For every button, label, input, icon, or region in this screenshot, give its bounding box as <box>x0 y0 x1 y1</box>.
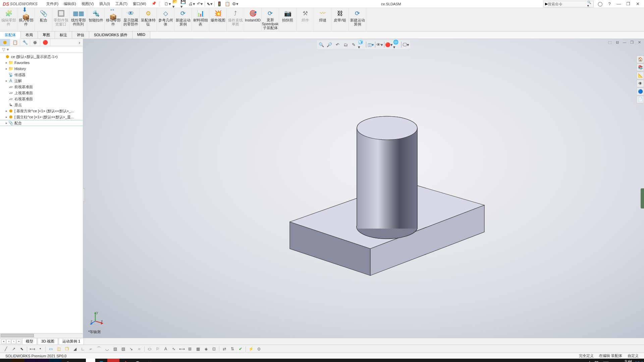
tray-ime1[interactable]: 中 <box>587 359 593 362</box>
view-triad[interactable]: y x z <box>90 311 103 324</box>
bt-line-icon[interactable]: ╱ <box>2 346 9 352</box>
bt-bolt-icon[interactable]: ⚡ <box>247 346 255 352</box>
bt-plane-icon[interactable]: ◈ <box>202 346 210 352</box>
viewtab-3d[interactable]: 3D 视图 <box>38 338 58 345</box>
bt-snap2-icon[interactable]: ⊡ <box>210 346 218 352</box>
print-icon[interactable]: 🖨▾ <box>189 1 195 7</box>
mdi-restore-icon[interactable]: ❐ <box>629 40 635 45</box>
tp-appearances-icon[interactable]: 🔵 <box>637 88 644 95</box>
new-motion2-button[interactable]: ⟳新建运动算例 <box>349 8 366 31</box>
tree-tab-property-icon[interactable]: 📋 <box>10 39 20 46</box>
tp-library-icon[interactable]: 📐 <box>637 72 644 79</box>
close-icon[interactable]: ✕ <box>634 1 641 7</box>
bt-edge-icon[interactable]: ◢ <box>71 346 78 352</box>
vtab-last-icon[interactable]: » <box>16 339 21 344</box>
tp-view-palette-icon[interactable]: 👁 <box>637 80 644 87</box>
tree-scrollbar[interactable] <box>0 333 83 338</box>
linear-pattern-button[interactable]: ▦▦线性零部件阵列 <box>70 8 87 31</box>
menu-pin[interactable]: 📌 <box>149 1 159 6</box>
menu-edit[interactable]: 编辑(E) <box>61 1 79 6</box>
mdi-collapse-icon[interactable]: ⊟ <box>614 40 621 45</box>
mate-button[interactable]: 📎配合 <box>35 8 52 31</box>
menu-view[interactable]: 视图(V) <box>79 1 97 6</box>
bt-face-icon[interactable]: ▧ <box>111 346 119 352</box>
mdi-minimize-icon[interactable]: — <box>621 40 628 45</box>
bt-angle-icon[interactable]: ⌒ <box>95 346 103 352</box>
display-style-icon[interactable]: ◫▾ <box>367 41 374 48</box>
bt-point-icon[interactable]: • <box>37 346 44 352</box>
tree-expand-icon[interactable]: › <box>76 39 83 46</box>
tree-part1[interactable]: ▸⬢[ 基座方块^ce ]<1> (默认<<默认>_... <box>0 108 83 114</box>
menu-tools[interactable]: 工具(T) <box>113 1 130 6</box>
update-speedpak-button[interactable]: ⟳更新Speedpak子装配体 <box>262 8 279 31</box>
tab-evaluate[interactable]: 评估 <box>72 32 89 39</box>
select-icon[interactable]: ⬉▾ <box>206 1 213 7</box>
tb-ae-icon[interactable]: Ae <box>24 359 37 362</box>
viewtab-model[interactable]: 模型 <box>22 338 37 345</box>
search-input[interactable] <box>548 2 587 6</box>
menu-file[interactable]: 文件(F) <box>44 1 61 6</box>
tp-home-icon[interactable]: 🏠 <box>637 56 644 63</box>
tree-top-plane[interactable]: ▱上视基准面 <box>0 90 83 96</box>
start-button[interactable]: ⊞ <box>0 359 12 362</box>
bt-h-icon[interactable]: ⇄ <box>221 346 228 352</box>
bt-dim-icon[interactable]: ⟷ <box>29 346 36 352</box>
tb-explorer-icon[interactable]: 📁 <box>144 359 156 362</box>
bt-face2-icon[interactable]: ▨ <box>119 346 127 352</box>
bt-check-icon[interactable]: ✔ <box>237 346 244 352</box>
tree-root[interactable]: ⬢ce (默认<默认_显示状态-1>) <box>0 54 83 60</box>
tree-right-plane[interactable]: ▱右视基准面 <box>0 96 83 102</box>
bt-dim2-icon[interactable]: ⟷ <box>178 346 185 352</box>
tree-annotations[interactable]: ▸A注解 <box>0 78 83 84</box>
tree-tab-config-icon[interactable]: 🔧 <box>20 39 30 46</box>
menu-insert[interactable]: 插入(I) <box>97 1 113 6</box>
tree-tab-feature-icon[interactable]: ⬢ <box>0 39 10 46</box>
instant3d-button[interactable]: 🎯Instant3D <box>244 8 262 31</box>
tree-part2[interactable]: ▸⬢[ 圆立柱^ce ]<1> (默认<<默认>_显... <box>0 114 83 120</box>
zoom-fit-icon[interactable]: 🔍 <box>318 41 325 48</box>
vtab-first-icon[interactable]: « <box>1 339 6 344</box>
bt-arrow-icon[interactable]: ↗ <box>10 346 17 352</box>
bt-3drect-icon[interactable]: ◫ <box>55 346 62 352</box>
zoom-area-icon[interactable]: 🔎 <box>326 41 333 48</box>
tree-mates[interactable]: ▸📎配合 <box>0 120 83 126</box>
tb-edge-icon[interactable]: 🌐 <box>95 359 107 362</box>
help-icon[interactable]: ? <box>606 1 613 7</box>
tb-autocad-icon[interactable]: A <box>86 359 95 362</box>
previous-view-icon[interactable]: ↶ <box>334 41 341 48</box>
dynamic-annotation-icon[interactable]: ✎ <box>350 41 357 48</box>
tp-resources-icon[interactable]: 📚 <box>637 64 644 71</box>
tp-custom-props-icon[interactable]: 📄 <box>637 96 644 103</box>
tree-favorites[interactable]: ▸📁Favorites <box>0 60 83 66</box>
tray-clock[interactable]: 9:44 2022/4/28 <box>612 360 635 362</box>
exploded-view-button[interactable]: 💥爆炸视图 <box>209 8 227 31</box>
restore-icon[interactable]: ❐ <box>625 1 632 7</box>
tb-cortana-icon[interactable]: ◯ <box>62 359 74 362</box>
preview-window-button[interactable]: 🔲零部件预览窗口 <box>52 8 70 31</box>
tree-origin[interactable]: ↳原点 <box>0 102 83 108</box>
rebuild-icon[interactable]: 🚦 <box>216 1 223 7</box>
tab-layout[interactable]: 布局 <box>21 32 38 39</box>
tree-filter[interactable]: ▽ ▾ <box>0 46 83 53</box>
minimize-icon[interactable]: — <box>615 1 623 7</box>
tb-pr-icon[interactable]: Pr <box>37 359 49 362</box>
weldment-button[interactable]: ⚒焊件 <box>297 8 314 31</box>
ref-geometry-button[interactable]: ◇参考几何体 <box>157 8 174 31</box>
tree-sensors[interactable]: 📡传感器 <box>0 72 83 78</box>
apply-scene-icon[interactable]: 🌐▾ <box>393 41 400 48</box>
new-motion-button[interactable]: ⟳新建运动算例 <box>174 8 192 31</box>
tree-tab-dimxpert-icon[interactable]: ⊕ <box>30 39 40 46</box>
move-component-button[interactable]: ↔📦移动零部件 <box>105 8 122 31</box>
bt-flag-icon[interactable]: ⚐ <box>154 346 161 352</box>
tb-wechat-icon[interactable]: 💬 <box>131 359 144 362</box>
bt-circle-icon[interactable]: ○ <box>136 346 143 352</box>
bt-snap3-icon[interactable]: ⊙ <box>255 346 263 352</box>
search-commands[interactable]: ▶ 🔍▾ <box>543 1 594 7</box>
tray-ime2[interactable]: 英 <box>593 359 600 362</box>
graphics-viewport[interactable]: 🔍 🔎 ↶ 🗂 ✎ 🧊▾ ◫▾ 👁▾ 🔴▾ 🌐▾ 🖵▾ ⬚ ⊟ — ❐ ✕ <box>83 39 644 338</box>
belt-chain-button[interactable]: ⛓皮带/链 <box>331 8 349 31</box>
tb-browser-icon[interactable]: ◐ <box>74 359 86 362</box>
user-icon[interactable]: ◯ <box>596 1 604 7</box>
status-custom[interactable]: 自定义 <box>625 353 641 358</box>
settings-icon[interactable]: ⚙▾ <box>232 1 239 7</box>
